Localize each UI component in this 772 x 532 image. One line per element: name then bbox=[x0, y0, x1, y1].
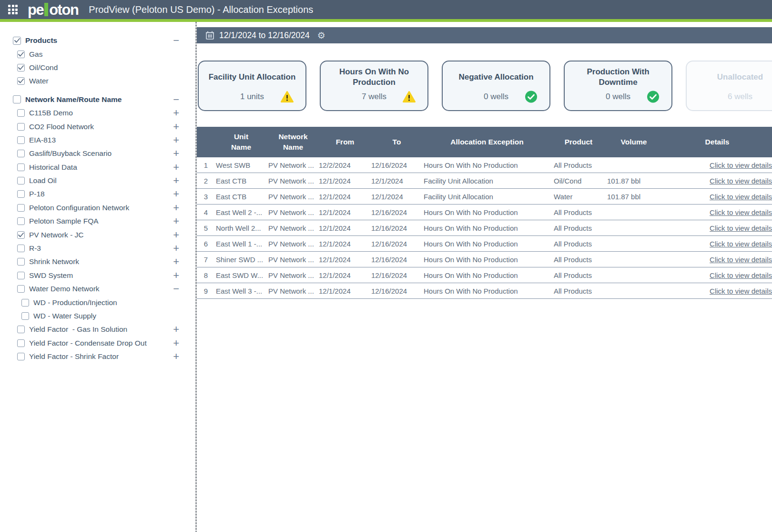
checkbox[interactable] bbox=[17, 109, 25, 117]
col-header-allocation-exception[interactable]: Allocation Exception bbox=[422, 127, 552, 157]
details-link[interactable]: Click to view details bbox=[710, 224, 772, 232]
summary-card[interactable]: Negative Allocation 0 wells bbox=[442, 61, 550, 111]
cell-allocation-exception: Hours On With No Production bbox=[422, 283, 552, 298]
card-value: 1 units bbox=[240, 92, 264, 101]
table-row: 1 West SWB PV Network ... 12/2/2024 12/1… bbox=[197, 157, 772, 173]
checkbox[interactable] bbox=[17, 285, 25, 293]
checkbox[interactable] bbox=[17, 353, 25, 360]
minus-collapse-icon[interactable]: − bbox=[173, 35, 179, 46]
checkbox[interactable] bbox=[17, 164, 25, 171]
plus-expander-icon[interactable]: + bbox=[173, 243, 179, 254]
checkbox[interactable] bbox=[13, 37, 21, 45]
checkbox[interactable] bbox=[17, 123, 25, 131]
cell-from-date: 12/1/2024 bbox=[319, 205, 371, 220]
sidebar-tree-item: Water Demo Network − bbox=[0, 282, 195, 296]
checkbox[interactable] bbox=[17, 190, 25, 198]
sidebar-tree: Products − Gas Oil/Cond Water Network Na… bbox=[0, 34, 195, 363]
logo-text-left: pe bbox=[28, 2, 43, 17]
cell-allocation-exception: Facility Unit Allocation bbox=[422, 173, 552, 188]
checkbox[interactable] bbox=[17, 272, 25, 279]
cell-row-number: 4 bbox=[197, 205, 215, 220]
plus-expander-icon[interactable]: + bbox=[173, 230, 179, 240]
plus-expander-icon[interactable]: + bbox=[173, 135, 179, 145]
plus-expander-icon[interactable]: + bbox=[173, 256, 179, 267]
summary-card[interactable]: Production With Downtime 0 wells bbox=[564, 61, 672, 111]
cell-details: Click to view details bbox=[662, 220, 772, 235]
checkbox[interactable] bbox=[17, 77, 25, 85]
checkbox[interactable] bbox=[17, 64, 25, 72]
checkbox[interactable] bbox=[17, 245, 25, 252]
peloton-logo: pe oton bbox=[28, 2, 78, 17]
app-launcher-grid-icon[interactable] bbox=[7, 3, 19, 16]
cell-details: Click to view details bbox=[662, 189, 772, 204]
plus-expander-icon[interactable]: + bbox=[173, 203, 179, 213]
cell-product: All Products bbox=[552, 220, 605, 235]
checkbox[interactable] bbox=[17, 326, 25, 333]
plus-expander-icon[interactable]: + bbox=[173, 108, 179, 118]
checkbox[interactable] bbox=[21, 299, 29, 307]
cell-unit-name: East Well 1 -... bbox=[215, 236, 267, 251]
plus-expander-icon[interactable]: + bbox=[173, 122, 179, 132]
cell-unit-name: West SWB bbox=[215, 157, 267, 173]
col-header-volume[interactable]: Volume bbox=[605, 127, 662, 157]
checkbox[interactable] bbox=[17, 177, 25, 184]
details-link[interactable]: Click to view details bbox=[710, 161, 772, 169]
col-header-to[interactable]: To bbox=[371, 127, 422, 157]
cell-allocation-exception: Hours On With No Production bbox=[422, 236, 552, 251]
plus-expander-icon[interactable]: + bbox=[173, 216, 179, 226]
col-header-unit-name[interactable]: Unit Name bbox=[215, 127, 267, 157]
plus-expander-icon[interactable]: + bbox=[173, 351, 179, 362]
checkbox[interactable] bbox=[17, 51, 25, 58]
cell-allocation-exception: Hours On With No Production bbox=[422, 220, 552, 235]
checkbox[interactable] bbox=[17, 231, 25, 239]
checkbox[interactable] bbox=[17, 150, 25, 157]
sidebar-tree-item: WD - Production/Injection bbox=[0, 296, 195, 309]
details-link[interactable]: Click to view details bbox=[710, 193, 772, 201]
plus-expander-icon[interactable]: + bbox=[173, 148, 179, 159]
col-header-network-name[interactable]: Network Name bbox=[267, 127, 319, 157]
checkbox[interactable] bbox=[17, 258, 25, 266]
details-link[interactable]: Click to view details bbox=[710, 208, 772, 216]
plus-expander-icon[interactable]: + bbox=[173, 189, 179, 199]
plus-expander-icon[interactable]: + bbox=[173, 324, 179, 335]
tree-item-label: Peloton Configuration Network bbox=[29, 204, 129, 212]
table-row: 5 North Well 2... PV Network ... 12/1/20… bbox=[197, 220, 772, 236]
checkbox[interactable] bbox=[17, 339, 25, 347]
minus-collapse-icon[interactable]: − bbox=[173, 94, 179, 105]
sidebar-tree-item: P-18 + bbox=[0, 187, 195, 201]
plus-expander-icon[interactable]: + bbox=[173, 270, 179, 281]
details-link[interactable]: Click to view details bbox=[710, 177, 772, 185]
col-header-product[interactable]: Product bbox=[552, 127, 605, 157]
tree-item-label: Gas bbox=[29, 50, 42, 59]
col-header-from[interactable]: From bbox=[319, 127, 371, 157]
plus-expander-icon[interactable]: + bbox=[173, 175, 179, 186]
plus-expander-icon[interactable]: + bbox=[173, 162, 179, 173]
checkbox[interactable] bbox=[13, 95, 21, 103]
cell-unit-name: Shiner SWD ... bbox=[215, 252, 267, 267]
summary-card[interactable]: Facility Unit Allocation 1 units bbox=[198, 61, 306, 111]
checkbox[interactable] bbox=[17, 136, 25, 144]
col-header-details[interactable]: Details bbox=[662, 127, 772, 157]
card-title: Production With Downtime bbox=[565, 61, 671, 89]
details-link[interactable]: Click to view details bbox=[710, 240, 772, 248]
table-row: 7 Shiner SWD ... PV Network ... 12/1/202… bbox=[197, 252, 772, 267]
summary-card[interactable]: Unallocated 6 wells bbox=[686, 61, 772, 111]
checkmark-icon bbox=[18, 65, 24, 70]
details-link[interactable]: Click to view details bbox=[710, 287, 772, 295]
gear-icon[interactable]: ⚙ bbox=[317, 30, 325, 41]
checkbox[interactable] bbox=[17, 204, 25, 212]
checkbox[interactable] bbox=[21, 312, 29, 320]
plus-expander-icon[interactable]: + bbox=[173, 338, 179, 348]
tree-item-label: SWD System bbox=[29, 271, 73, 280]
details-link[interactable]: Click to view details bbox=[710, 256, 772, 264]
checkmark-icon bbox=[18, 79, 24, 83]
minus-collapse-icon[interactable]: − bbox=[173, 284, 179, 294]
details-link[interactable]: Click to view details bbox=[710, 271, 772, 279]
sidebar-tree-item: Historical Data + bbox=[0, 161, 195, 174]
calendar-icon[interactable] bbox=[205, 31, 215, 40]
sidebar-tree-item: R-3 + bbox=[0, 242, 195, 255]
summary-card[interactable]: Hours On With No Production 7 wells bbox=[320, 61, 428, 111]
cell-details: Click to view details bbox=[662, 173, 772, 188]
date-range-value[interactable]: 12/1/2024 to 12/16/2024 bbox=[219, 31, 310, 41]
checkbox[interactable] bbox=[17, 217, 25, 225]
